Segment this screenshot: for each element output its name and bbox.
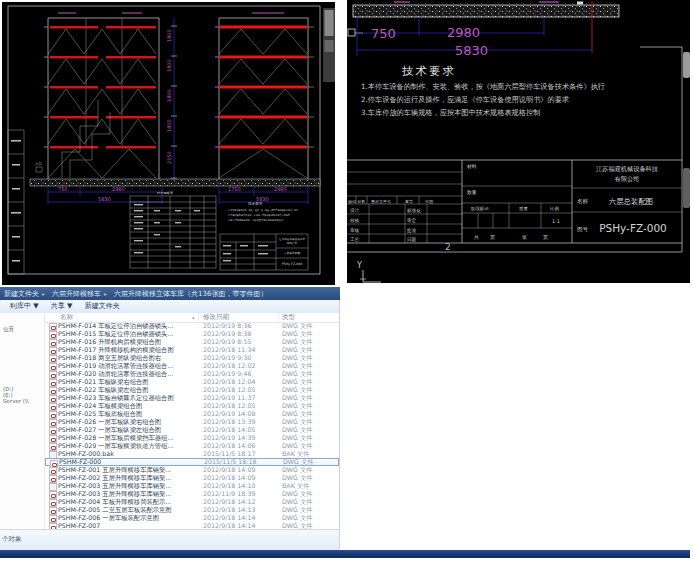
column-header-date[interactable]: 修改日期 [203,313,229,322]
explorer-toolbar: 到库中 ▼ 共享 ▼ 新建文件夹 [0,300,340,314]
window-right-edge [339,300,340,549]
svg-text:工艺: 工艺 [350,236,360,242]
column-header-type[interactable]: 类型 [282,313,295,322]
file-row[interactable]: PSHM-F-025 车板底板组合图 2012/9/19 14:08 DWG 文… [45,410,339,418]
file-row[interactable]: PSHM-FZ-003 五层升降横移车库钢架... 2012/9/18 14:1… [45,482,339,490]
elevation-view-left [44,18,159,180]
file-type: DWG 文件 [282,378,313,386]
file-date-modified: 2012/9/19 11:37 [203,394,255,402]
file-row[interactable]: PSHM-F-019 动滑轮活塞管连接器组合... 2012/9/18 12:0… [45,362,339,370]
file-row[interactable]: PSHM-FZ-003 五层升降横移车库钢架... 2012/11/9 18:3… [45,490,339,498]
dim-label: 1800 [166,59,172,72]
notes-block: 技术要求 1.本停车设备的制作、安装、验收，按《地面六层型停车设备技术条件》执行… [228,202,299,222]
file-row[interactable]: PSHM-FZ-004 车板升降横移简装配示... 2012/9/18 14:1… [45,498,339,506]
file-name: PSHM-F-024 车板横梁组合图 [58,402,142,410]
status-bar: 个对象 [0,529,339,550]
file-row[interactable]: PSHM-F-023 车板自锁棘爪定位器组合图 2012/9/19 11:37 … [45,394,339,402]
tech-req-item: 3.车库停放的车辆规格，应按本图中技术规格表规格控制 [361,108,540,117]
file-type: DWG 文件 [282,322,313,330]
share-button[interactable]: 共享 ▼ [51,300,73,313]
file-name: PSHM-FZ-004 车板升降横移简装配示... [58,498,171,506]
dim-5830: 5830 [455,43,488,58]
svg-text:审定: 审定 [407,218,417,224]
sort-indicator-icon: ▴ [192,313,195,322]
new-folder-button[interactable]: 新建文件夹 [85,300,120,313]
file-date-modified: 2012/9/19 8:55 [203,338,251,346]
breadcrumb-item[interactable]: 六层升降横移车 [52,290,101,298]
file-row[interactable]: PSHM-F-020 动滑轮活塞管连接器组合... 2012/9/19 9:46… [45,370,339,378]
include-in-library-button[interactable]: 到库中 ▼ [10,300,39,313]
file-type: DWG 文件 [282,386,313,394]
cad-panel-right[interactable]: 750 2980 5830 技术要求 1.本停车设备的制作、安装、验收，按《地面… [347,0,690,283]
file-name: PSHM-F-028 一层车板后横梁挡车器组... [58,434,173,442]
file-row[interactable]: PSHM-FZ-005 二至五层车板装配示意图 2012/9/18 14:13 … [45,506,339,514]
file-row[interactable]: PSHM-F-027 一层车板纵梁左组合图 2012/9/18 14:05 DW… [45,426,339,434]
file-type: DWG 文件 [282,426,313,434]
svg-text:名称: 名称 [577,198,589,205]
file-type: DWG 文件 [282,354,313,362]
file-row[interactable]: PSHM-F-029 一层车板横梁轨道方管组... 2012/9/18 14:0… [45,442,339,450]
cad-left-scrollbar[interactable] [323,8,335,82]
file-row[interactable]: PSHM-FZ-000.bak 2015/11/5 18:17 BAK 文件 [45,450,339,458]
screenshot-root: 入口 1800 1800 1800 1800 2150 [0,0,694,561]
title-block: 标记 处数 更改文件号 签字 日期 设计 校核 审核 工艺 标准化 审定 批准 … [347,47,682,252]
platform-bars-right-view [220,26,307,149]
file-row[interactable]: PSHM-FZ-002 五层升降横移车库钢架... 2012/9/18 14:0… [45,474,339,482]
file-type: DWG 文件 [282,402,313,410]
file-type: DWG 文件 [282,418,313,426]
file-row[interactable]: PSHM-F-018 两至五层纵梁组合图右 2012/9/19 9:30 DWG… [45,354,339,362]
file-row[interactable]: PSHM-F-021 车板纵梁右组合图 2012/9/18 12:04 DWG … [45,378,339,386]
file-date-modified: 2012/9/18 14:10 [203,482,255,490]
cad-right-scrollbar[interactable] [683,52,690,208]
file-type: DWG 文件 [282,370,313,378]
file-type: DWG 文件 [282,498,313,506]
file-name: PSHM-F-014 车板定位停泊自锁器锁头... [58,322,173,330]
vertical-dimension-chain: 1800 1800 1800 1800 2150 [166,18,177,180]
file-type: DWG 文件 [282,514,313,522]
title-block-mini: 江苏福霆机械设备科技 有限公司 六层总装配图 PSHy-FZ-000 [220,234,308,270]
svg-text:页: 页 [490,235,495,240]
file-date-modified: 2012/9/18 14:09 [203,474,255,482]
file-date-modified: 2012/9/19 9:30 [203,354,251,362]
dim-label: 5830 [98,196,111,202]
file-name: PSHM-FZ-000.bak [58,450,114,458]
file-row[interactable]: PSHM-F-024 车板横梁组合图 2012/9/18 12:05 DWG 文… [45,402,339,410]
file-name: PSHM-F-020 动滑轮活塞管连接器组合... [58,370,173,378]
svg-text:日期: 日期 [425,199,433,204]
file-type: DWG 文件 [282,394,313,402]
svg-text:更改文件号: 更改文件号 [371,199,391,204]
sidebar-item-server[interactable]: Server (\\ [3,398,29,404]
file-row[interactable]: PSHM-FZ-001 五层升降横移车库钢架... 2012/9/18 14:0… [45,466,339,474]
file-name: PSHM-F-017 升降横移机构的横梁组合图 [58,346,174,354]
file-row[interactable]: PSHM-F-016 升降机构后横梁组合图 2012/9/19 8:55 DWG… [45,338,339,346]
file-row[interactable]: PSHM-F-028 一层车板后横梁挡车器组... 2012/9/19 14:3… [45,434,339,442]
svg-text:设计: 设计 [350,207,360,213]
file-date-modified: 2012/9/18 12:04 [203,378,255,386]
file-date-modified: 2012/9/18 14:13 [203,506,255,514]
dimension-group: 750 2980 5830 [348,17,592,58]
file-row[interactable]: PSHM-F-015 车板定位停泊自锁器锁头... 2012/9/19 8:38… [45,330,339,338]
file-name: PSHM-F-029 一层车板横梁轨道方管组... [58,442,173,450]
file-row[interactable]: PSHM-F-017 升降横移机构的横梁组合图 2012/9/18 11:34 … [45,346,339,354]
dim-label: 750 [58,186,68,192]
witness-marks [44,27,48,147]
breadcrumb-item[interactable]: 六层升降横移立体车库（共136张图，带零件图） [114,290,267,298]
cad-panel-left[interactable]: 入口 1800 1800 1800 1800 2150 [2,2,335,285]
file-date-modified: 2012/9/19 9:46 [203,370,251,378]
file-row[interactable]: PSHM-F-014 车板定位停泊自锁器锁头... 2012/9/19 8:36… [45,322,339,330]
svg-text:六层总装配图: 六层总装配图 [284,251,301,255]
file-row[interactable]: PSHM-F-022 车板纵梁左组合图 2012/9/18 12:05 DWG … [45,386,339,394]
file-date-modified: 2015/11/5 18:18 [204,459,256,465]
file-row[interactable]: PSHM-FZ-000 2015/11/5 18:18 DWG 文件 [45,458,339,466]
breadcrumb-item[interactable]: 新建文件夹 [4,290,39,298]
file-row[interactable]: PSHM-F-026 一层车板纵梁右组合图 2012/9/18 13:39 DW… [45,418,339,426]
file-name: PSHM-F-021 车板纵梁右组合图 [58,378,149,386]
svg-text:页: 页 [543,235,548,240]
sidebar-item-recent-places[interactable]: 位置 [3,326,14,333]
company-name: 江苏福霆机械设备科技 [596,165,659,173]
ground-hatch-band [30,179,320,186]
file-row[interactable]: PSHM-FZ-006 一层车板装配示意图 2012/9/18 14:14 DW… [45,514,339,522]
column-header-name[interactable]: 名称 [60,313,73,322]
entrance-label: 入口 [35,162,42,172]
file-type: DWG 文件 [282,490,313,498]
